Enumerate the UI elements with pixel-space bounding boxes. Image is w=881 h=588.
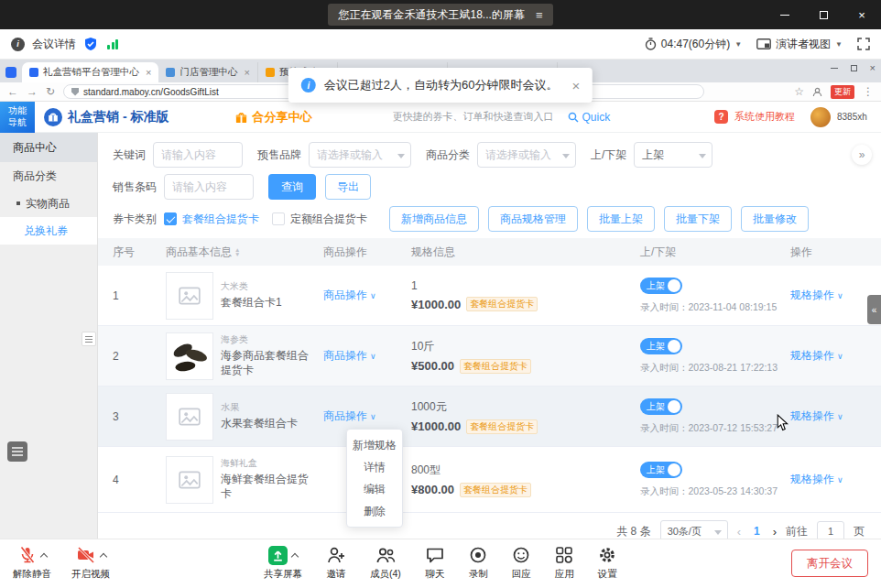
bookmark-star-icon[interactable]: ☆ xyxy=(794,85,804,98)
settings-button[interactable]: 设置 xyxy=(598,545,617,581)
browser-tab-active[interactable]: 礼盒营销平台管理中心 × xyxy=(22,62,158,82)
meeting-timer[interactable]: 04:47(60分钟) ▼ xyxy=(645,37,742,52)
record-icon xyxy=(469,546,487,564)
product-name: 套餐组合卡1 xyxy=(221,296,282,310)
banner-menu-icon[interactable]: ≡ xyxy=(536,8,543,22)
fullscreen-icon[interactable] xyxy=(857,38,870,50)
shared-close-icon[interactable]: × xyxy=(870,62,876,73)
product-action-dropdown[interactable]: 商品操作∨ xyxy=(323,348,411,364)
meeting-panel-toggle[interactable] xyxy=(7,441,27,462)
page-size-select[interactable]: 30条/页 xyxy=(660,520,728,539)
prev-page-button[interactable]: ‹ xyxy=(737,525,741,539)
product-action-dropdown[interactable]: 商品操作∨ xyxy=(323,288,411,303)
avatar[interactable] xyxy=(810,107,831,127)
menu-item-edit[interactable]: 编辑 xyxy=(347,478,402,500)
shelf-toggle[interactable]: 上架 xyxy=(640,278,682,294)
maximize-button[interactable] xyxy=(804,0,843,29)
mic-options-caret[interactable] xyxy=(39,553,47,561)
record-button[interactable]: 录制 xyxy=(469,545,488,581)
close-button[interactable]: × xyxy=(843,0,881,29)
next-page-button[interactable]: › xyxy=(773,525,777,539)
start-video-button[interactable]: 开启视频 xyxy=(71,545,110,581)
add-product-button[interactable]: 新增商品信息 xyxy=(389,206,479,232)
shelf-toggle[interactable]: 上架 xyxy=(640,338,682,354)
sidebar-item-physical-goods[interactable]: 实物商品 xyxy=(0,190,97,217)
view-mode-label: 演讲者视图 xyxy=(776,37,831,52)
product-name: 水果套餐组合卡 xyxy=(221,417,298,431)
browser-menu-icon[interactable]: ⋮ xyxy=(863,85,874,98)
view-mode-selector[interactable]: 演讲者视图 ▼ xyxy=(756,37,843,52)
category-select[interactable]: 请选择或输入 xyxy=(477,142,576,168)
profile-icon[interactable] xyxy=(812,87,822,97)
tab-close-icon[interactable]: × xyxy=(244,67,249,78)
menu-item-details[interactable]: 详情 xyxy=(347,456,402,478)
meeting-info-icon[interactable]: i xyxy=(11,38,25,51)
sidebar-item-gift-coupons[interactable]: 兑换礼券 xyxy=(0,217,97,245)
invite-button[interactable]: 邀请 xyxy=(326,545,346,581)
caret-down-icon: ∨ xyxy=(837,352,843,361)
export-button[interactable]: 导出 xyxy=(325,174,371,200)
video-options-caret[interactable] xyxy=(99,553,106,561)
refresh-icon[interactable]: ↻ xyxy=(46,85,55,98)
spec-manage-button[interactable]: 商品规格管理 xyxy=(488,206,578,232)
sidebar-item-category[interactable]: 商品分类 xyxy=(0,162,97,190)
barcode-input[interactable] xyxy=(164,174,254,200)
total-count: 共 8 条 xyxy=(616,524,650,539)
page-number-current[interactable]: 1 xyxy=(750,525,764,538)
meeting-details-label[interactable]: 会议详情 xyxy=(32,37,76,52)
spec-action-dropdown[interactable]: 规格操作∨ xyxy=(790,472,881,487)
update-badge[interactable]: 更新 xyxy=(831,85,854,99)
share-center-link[interactable]: 合分享中心 xyxy=(234,109,311,125)
side-panel-expand-tab[interactable]: « xyxy=(867,295,881,324)
members-button[interactable]: 成员(4) xyxy=(370,545,401,581)
share-options-caret[interactable] xyxy=(291,553,299,561)
batch-edit-button[interactable]: 批量修改 xyxy=(741,206,809,232)
unmute-button[interactable]: 解除静音 xyxy=(13,545,51,581)
spec-action-dropdown[interactable]: 规格操作∨ xyxy=(790,408,881,424)
tutorial-link[interactable]: 系统使用教程 xyxy=(734,110,795,124)
shared-maximize-icon[interactable] xyxy=(851,65,857,71)
leave-meeting-button[interactable]: 离开会议 xyxy=(791,550,868,577)
shelf-toggle[interactable]: 上架 xyxy=(640,462,682,478)
checkbox-package-card[interactable] xyxy=(164,212,177,225)
checkbox-fixed-card[interactable] xyxy=(272,212,285,225)
checkbox-fixed-card-label[interactable]: 定额组合提货卡 xyxy=(290,212,367,227)
reactions-button[interactable]: 回应 xyxy=(512,545,531,581)
checkbox-package-card-label[interactable]: 套餐组合提货卡 xyxy=(182,212,259,227)
spec-action-dropdown[interactable]: 规格操作∨ xyxy=(790,348,881,364)
brand-title: 礼盒营销 - 标准版 xyxy=(68,109,169,125)
back-icon[interactable]: ← xyxy=(7,85,18,98)
function-nav-button[interactable]: 功能导航 xyxy=(0,102,35,133)
shelf-select[interactable]: 上架 xyxy=(634,142,712,168)
browser-tab[interactable]: 门店管理中心 × xyxy=(158,62,257,82)
notification-close-icon[interactable]: × xyxy=(571,78,580,93)
goto-page-input[interactable] xyxy=(817,521,844,539)
forward-icon[interactable]: → xyxy=(27,85,38,98)
table-row: 2 海参类 海参商品套餐组合提货卡 商品操作∨ 10斤 ¥500.00 套餐组合… xyxy=(98,326,881,387)
browser-logo-icon[interactable] xyxy=(5,67,16,78)
share-screen-button[interactable]: 共享屏幕 xyxy=(264,545,302,581)
quick-search-link[interactable]: Quick xyxy=(568,111,610,124)
batch-on-shelf-button[interactable]: 批量上架 xyxy=(587,206,655,232)
tab-close-icon[interactable]: × xyxy=(146,67,151,78)
keyword-input[interactable] xyxy=(153,142,243,168)
sidebar-collapse-button[interactable] xyxy=(82,332,96,346)
toolbar-row: 券卡类别 套餐组合提货卡 定额组合提货卡 新增商品信息 商品规格管理 批量上架 … xyxy=(98,206,881,232)
security-shield-icon[interactable] xyxy=(83,37,98,51)
apps-grid-icon xyxy=(555,546,573,564)
menu-item-delete[interactable]: 删除 xyxy=(347,500,402,522)
product-action-dropdown-open[interactable]: 商品操作∨ xyxy=(323,408,411,424)
shelf-toggle[interactable]: 上架 xyxy=(640,398,682,415)
chat-button[interactable]: 聊天 xyxy=(425,545,445,581)
card-type-label: 券卡类别 xyxy=(113,212,157,227)
menu-item-add-spec[interactable]: 新增规格 xyxy=(347,434,402,456)
batch-off-shelf-button[interactable]: 批量下架 xyxy=(664,206,732,232)
sort-icon[interactable]: ▲▼ xyxy=(234,247,240,256)
search-button[interactable]: 查询 xyxy=(268,174,316,200)
entry-time: 录入时间：2023-08-21 17:22:13 xyxy=(640,362,790,375)
filter-collapse-button[interactable]: » xyxy=(852,145,872,165)
shared-minimize-icon[interactable] xyxy=(831,68,838,69)
minimize-button[interactable] xyxy=(766,0,804,29)
brand-select[interactable]: 请选择或输入 xyxy=(309,142,411,168)
apps-button[interactable]: 应用 xyxy=(555,545,574,581)
